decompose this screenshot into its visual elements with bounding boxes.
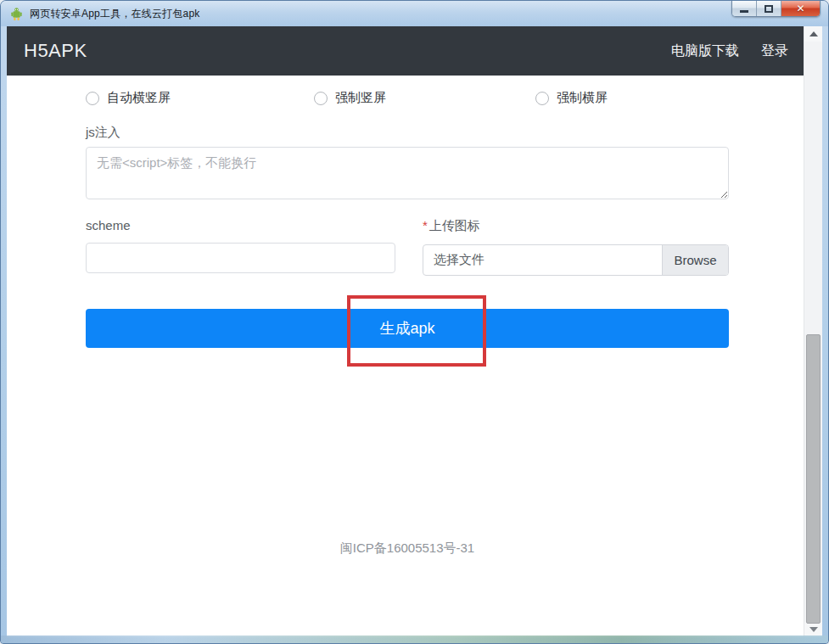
close-icon: ✕ <box>796 3 804 14</box>
scrollbar-thumb[interactable] <box>806 334 821 624</box>
titlebar[interactable]: 网页转安卓App工具，在线云打包apk ✕ <box>1 1 828 26</box>
radio-icon[interactable] <box>535 92 549 105</box>
window-title: 网页转安卓App工具，在线云打包apk <box>30 7 200 21</box>
radio-force-landscape[interactable]: 强制横屏 <box>535 90 608 106</box>
radio-icon[interactable] <box>86 92 99 105</box>
app-window: 网页转安卓App工具，在线云打包apk ✕ H5APK 电脑版下载 登录 自动横… <box>0 0 829 644</box>
scheme-field-group: scheme <box>86 218 395 276</box>
minimize-button[interactable] <box>732 1 757 16</box>
arrow-down-icon <box>809 627 818 632</box>
minimize-icon <box>740 10 748 13</box>
file-input-placeholder: 选择文件 <box>423 245 662 275</box>
radio-icon[interactable] <box>314 92 328 105</box>
apk-form: 自动横竖屏 强制竖屏 强制横屏 js注入 scheme <box>86 90 729 557</box>
icon-file-input[interactable]: 选择文件 Browse <box>423 244 729 276</box>
required-asterisk: * <box>423 218 428 232</box>
site-nav: 电脑版下载 登录 <box>671 42 788 60</box>
scheme-input[interactable] <box>86 243 395 273</box>
maximize-button[interactable] <box>757 1 781 16</box>
window-controls: ✕ <box>731 1 821 17</box>
scheme-upload-row: scheme *上传图标 选择文件 Browse <box>86 218 729 276</box>
app-icon <box>9 7 24 21</box>
scroll-up-button[interactable] <box>804 26 822 42</box>
brand-logo: H5APK <box>24 40 87 62</box>
page: H5APK 电脑版下载 登录 自动横竖屏 强制竖屏 <box>7 26 804 637</box>
browse-button[interactable]: Browse <box>662 245 728 275</box>
scrollbar-track[interactable] <box>804 42 822 622</box>
window-bottom-border <box>1 636 828 643</box>
icp-footer-text: 闽ICP备16005513号-31 <box>86 540 729 557</box>
js-inject-label: js注入 <box>86 125 729 141</box>
radio-force-portrait[interactable]: 强制竖屏 <box>314 90 535 106</box>
site-header: H5APK 电脑版下载 登录 <box>7 26 804 76</box>
nav-link-pc-download[interactable]: 电脑版下载 <box>671 42 739 60</box>
scheme-label: scheme <box>86 218 395 232</box>
vertical-scrollbar[interactable] <box>804 26 822 637</box>
orientation-radio-group: 自动横竖屏 强制竖屏 强制横屏 <box>86 90 729 106</box>
radio-auto-orientation[interactable]: 自动横竖屏 <box>86 90 314 106</box>
maximize-icon <box>765 5 773 13</box>
upload-field-group: *上传图标 选择文件 Browse <box>423 218 729 276</box>
js-inject-textarea[interactable] <box>86 147 729 199</box>
window-body: H5APK 电脑版下载 登录 自动横竖屏 强制竖屏 <box>7 26 822 637</box>
arrow-up-icon <box>809 31 818 36</box>
nav-link-login[interactable]: 登录 <box>761 42 788 60</box>
generate-apk-button[interactable]: 生成apk <box>86 309 729 348</box>
close-button[interactable]: ✕ <box>781 1 820 16</box>
upload-label: *上传图标 <box>423 218 729 234</box>
